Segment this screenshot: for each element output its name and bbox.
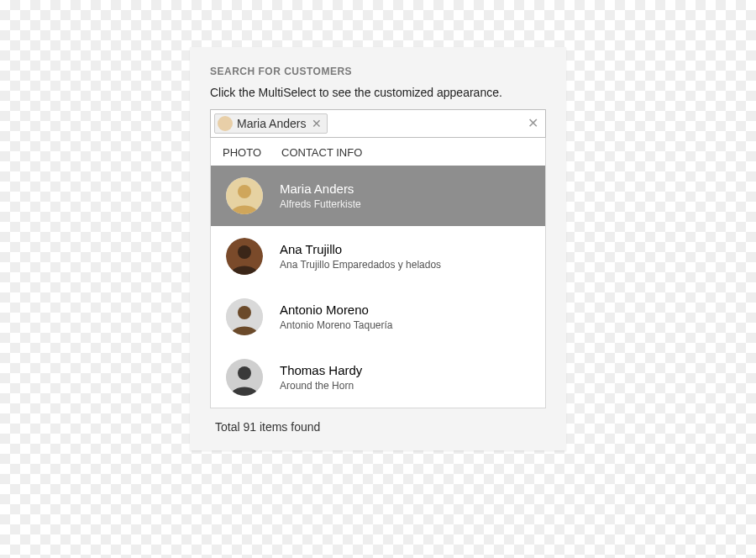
contact-company: Alfreds Futterkiste	[280, 198, 361, 210]
contact-name: Thomas Hardy	[280, 363, 362, 377]
contact-company: Antonio Moreno Taquería	[280, 319, 393, 331]
chip-label: Maria Anders	[237, 117, 306, 130]
chip-remove-icon[interactable]: ✕	[310, 118, 323, 129]
section-heading: SEARCH FOR CUSTOMERS	[210, 66, 546, 77]
avatar	[226, 359, 263, 396]
avatar	[226, 298, 263, 335]
avatar	[226, 238, 263, 275]
contact-name: Antonio Moreno	[280, 303, 393, 317]
avatar	[226, 177, 263, 214]
contact-company: Around the Horn	[280, 380, 362, 392]
svg-point-7	[238, 366, 251, 380]
contact-info: Antonio MorenoAntonio Moreno Taquería	[280, 303, 393, 331]
svg-point-5	[238, 306, 251, 319]
contact-company: Ana Trujillo Emparedados y helados	[280, 259, 441, 271]
contact-name: Ana Trujillo	[280, 242, 441, 256]
customer-multiselect[interactable]: Maria Anders ✕ ✕	[210, 109, 546, 138]
chip-avatar	[218, 116, 233, 131]
footer-total: Total 91 items found	[210, 408, 546, 435]
contact-info: Maria AndersAlfreds Futterkiste	[280, 182, 361, 210]
dropdown-list: Maria AndersAlfreds Futterkiste Ana Truj…	[211, 166, 545, 408]
list-item[interactable]: Thomas HardyAround the Horn	[211, 347, 545, 408]
dropdown-header: PHOTO CONTACT INFO	[211, 138, 545, 166]
demo-panel: SEARCH FOR CUSTOMERS Click the MultiSele…	[190, 47, 566, 450]
contact-info: Ana TrujilloAna Trujillo Emparedados y h…	[280, 242, 441, 271]
list-item[interactable]: Ana TrujilloAna Trujillo Emparedados y h…	[211, 226, 545, 287]
contact-info: Thomas HardyAround the Horn	[280, 363, 362, 392]
header-contact: CONTACT INFO	[281, 146, 362, 159]
header-photo: PHOTO	[223, 146, 281, 159]
svg-point-1	[238, 185, 251, 198]
selected-chip[interactable]: Maria Anders ✕	[214, 113, 328, 134]
dropdown-popup: PHOTO CONTACT INFO Maria AndersAlfreds F…	[210, 138, 546, 408]
list-item[interactable]: Maria AndersAlfreds Futterkiste	[211, 166, 545, 226]
instructions-text: Click the MultiSelect to see the customi…	[210, 86, 546, 99]
list-item[interactable]: Antonio MorenoAntonio Moreno Taquería	[211, 287, 545, 347]
contact-name: Maria Anders	[280, 182, 361, 196]
svg-point-3	[238, 245, 251, 259]
clear-all-icon[interactable]: ✕	[528, 117, 538, 130]
